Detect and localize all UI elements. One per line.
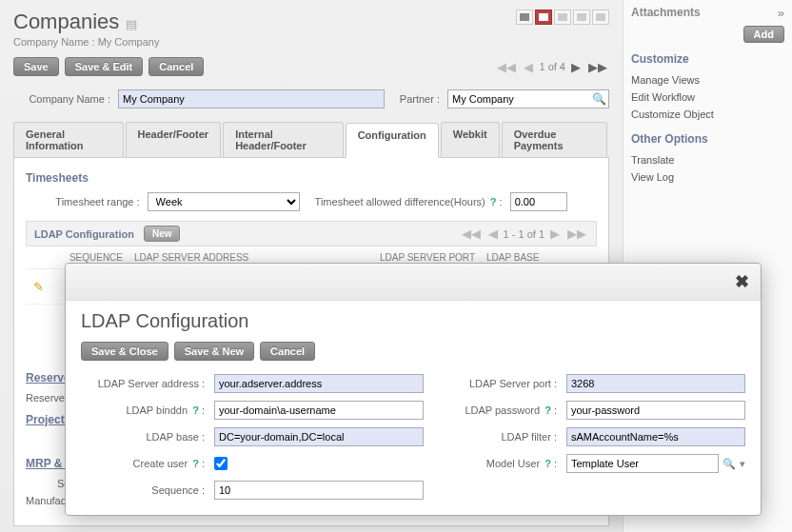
ldap-next-icon[interactable]: ▶ (548, 227, 562, 241)
page-prev-icon[interactable]: ◀ (522, 60, 535, 74)
ldap-first-icon[interactable]: ◀◀ (460, 227, 483, 241)
edit-icon[interactable]: ✎ (33, 280, 44, 294)
partner-label: Partner : (400, 93, 447, 105)
collapse-sidebar-icon[interactable]: » (778, 6, 784, 20)
create-user-checkbox[interactable] (214, 457, 228, 470)
ldap-base-input[interactable] (214, 427, 424, 446)
filter-label: LDAP filter : (433, 431, 557, 443)
timesheets-heading: Timesheets (26, 171, 597, 185)
view-graph[interactable] (554, 10, 571, 25)
page-title: Companies (13, 10, 119, 34)
save-edit-button[interactable]: Save & Edit (65, 57, 144, 76)
binddn-label: LDAP binddn ? : (81, 404, 205, 416)
search-icon[interactable]: 🔍 (592, 92, 606, 106)
tabs: General Information Header/Footer Intern… (13, 122, 609, 158)
col-port: LDAP SERVER PORT (363, 252, 486, 263)
ldap-filter-input[interactable] (566, 427, 745, 446)
tab-webkit[interactable]: Webkit (441, 122, 500, 157)
timesheet-range-label: Timesheet range : (55, 196, 147, 207)
password-label: LDAP password ? : (433, 404, 557, 416)
timesheet-diff-label: Timesheet allowed difference(Hours) ? : (315, 196, 510, 207)
breadcrumb: Company Name : My Company (13, 36, 159, 48)
help-icon[interactable]: ? (192, 404, 199, 416)
company-name-input[interactable] (118, 89, 385, 108)
tab-overdue[interactable]: Overdue Payments (502, 122, 607, 157)
new-button[interactable]: New (144, 226, 181, 242)
close-icon[interactable]: ✖ (735, 271, 749, 292)
addr-label: LDAP Server address : (81, 378, 205, 389)
col-base: LDAP BASE (486, 252, 570, 263)
tab-general[interactable]: General Information (13, 122, 124, 157)
base-label: LDAP base : (81, 431, 205, 443)
tab-internal-hf[interactable]: Internal Header/Footer (223, 122, 344, 157)
port-label: LDAP Server port : (433, 378, 557, 389)
tab-header-footer[interactable]: Header/Footer (126, 122, 222, 157)
save-new-button[interactable]: Save & New (174, 342, 254, 361)
view-list[interactable] (516, 10, 533, 25)
help-icon[interactable]: ? (490, 196, 497, 207)
ldap-port-input[interactable] (566, 374, 745, 393)
customize-heading: Customize (631, 52, 784, 66)
col-sequence: SEQUENCE (68, 252, 134, 263)
chevron-down-icon[interactable]: ▾ (740, 458, 745, 470)
search-icon[interactable]: 🔍 (723, 458, 736, 470)
timesheet-diff-input[interactable] (510, 192, 567, 211)
ldap-prev-icon[interactable]: ◀ (486, 227, 500, 241)
ldap-password-input[interactable] (566, 401, 745, 420)
cancel-button[interactable]: Cancel (148, 57, 204, 76)
sequence-input[interactable] (214, 481, 424, 500)
help-icon[interactable]: ? (192, 458, 199, 469)
collapse-icon[interactable]: ▤ (126, 17, 137, 31)
model-user-input[interactable] (566, 454, 719, 473)
save-close-button[interactable]: Save & Close (81, 342, 168, 361)
model-user-label: Model User ? : (433, 458, 557, 469)
ldap-binddn-input[interactable] (214, 401, 424, 420)
sidebar-translate[interactable]: Translate (631, 151, 784, 168)
ldap-pager-text: 1 - 1 of 1 (504, 228, 544, 240)
sequence-label: Sequence : (81, 484, 205, 496)
tab-configuration[interactable]: Configuration (346, 123, 439, 158)
create-user-label: Create user ? : (81, 458, 205, 469)
page-last-icon[interactable]: ▶▶ (586, 60, 609, 74)
save-button[interactable]: Save (13, 57, 59, 76)
col-address: LDAP SERVER ADDRESS (134, 252, 363, 263)
add-button[interactable]: Add (743, 26, 784, 43)
partner-input[interactable] (447, 89, 609, 108)
other-options-heading: Other Options (631, 132, 784, 146)
pager-text: 1 of 4 (539, 61, 565, 72)
view-switcher (516, 10, 609, 25)
ldap-config-title: LDAP Configuration (34, 228, 134, 240)
ldap-config-dialog: ✖ LDAP Configuration Save & Close Save &… (65, 263, 762, 516)
ldap-address-input[interactable] (214, 374, 424, 393)
timesheet-range-select[interactable]: Week (148, 192, 300, 211)
sidebar-edit-workflow[interactable]: Edit Workflow (631, 89, 784, 106)
help-icon[interactable]: ? (544, 404, 551, 416)
view-gantt[interactable] (592, 10, 609, 25)
view-cal[interactable] (573, 10, 590, 25)
ldap-last-icon[interactable]: ▶▶ (565, 227, 588, 241)
dialog-cancel-button[interactable]: Cancel (260, 342, 315, 361)
sidebar-view-log[interactable]: View Log (631, 168, 784, 186)
page-first-icon[interactable]: ◀◀ (495, 60, 518, 74)
page-next-icon[interactable]: ▶ (569, 60, 583, 74)
company-name-label: Company Name : (13, 93, 118, 105)
dialog-title: LDAP Configuration (81, 310, 745, 332)
help-icon[interactable]: ? (544, 458, 551, 469)
sidebar-customize-object[interactable]: Customize Object (631, 106, 784, 123)
sidebar-manage-views[interactable]: Manage Views (631, 71, 784, 89)
attachments-heading: Attachments (631, 6, 701, 19)
view-form[interactable] (535, 10, 552, 25)
